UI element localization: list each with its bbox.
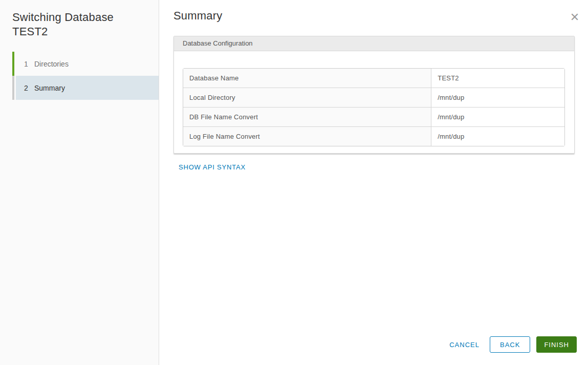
wizard-steps: 1 Directories 2 Summary <box>0 52 159 100</box>
row-label: DB File Name Convert <box>183 107 431 126</box>
finish-button[interactable]: FINISH <box>536 336 577 353</box>
step-label: Summary <box>34 84 65 92</box>
step-summary[interactable]: 2 Summary <box>12 76 159 100</box>
row-label: Database Name <box>183 69 431 88</box>
table-row: Log File Name Convert /mnt/dup <box>183 126 564 146</box>
row-value: /mnt/dup <box>431 88 564 107</box>
step-number: 1 <box>24 60 34 68</box>
wizard-sidebar: Switching Database TEST2 1 Directories 2… <box>0 0 159 365</box>
wizard-title: Switching Database TEST2 <box>12 10 146 39</box>
table-row: DB File Name Convert /mnt/dup <box>183 107 564 126</box>
table-row: Database Name TEST2 <box>183 69 564 88</box>
table-row: Local Directory /mnt/dup <box>183 88 564 107</box>
row-value: /mnt/dup <box>431 107 564 126</box>
close-icon[interactable]: ✕ <box>570 12 580 23</box>
summary-table: Database Name TEST2 Local Directory /mnt… <box>183 68 565 146</box>
panel-header: Database Configuration <box>174 36 574 51</box>
cancel-button[interactable]: CANCEL <box>444 336 485 353</box>
wizard-main-panel: Summary ✕ Database Configuration Databas… <box>160 0 588 365</box>
panel-body: Database Name TEST2 Local Directory /mnt… <box>174 51 574 153</box>
show-api-syntax-link[interactable]: SHOW API SYNTAX <box>179 163 246 171</box>
step-number: 2 <box>24 84 34 92</box>
wizard-footer-actions: CANCEL BACK FINISH <box>444 336 577 353</box>
row-value: TEST2 <box>431 69 564 88</box>
row-value: /mnt/dup <box>431 126 564 146</box>
step-directories[interactable]: 1 Directories <box>12 52 159 76</box>
back-button[interactable]: BACK <box>490 336 530 353</box>
row-label: Local Directory <box>183 88 431 107</box>
database-configuration-panel: Database Configuration Database Name TES… <box>173 36 575 154</box>
step-progress-bar <box>12 52 14 76</box>
row-label: Log File Name Convert <box>183 126 431 146</box>
step-label: Directories <box>34 60 69 68</box>
step-progress-bar <box>12 76 14 100</box>
page-title: Summary <box>173 9 575 23</box>
